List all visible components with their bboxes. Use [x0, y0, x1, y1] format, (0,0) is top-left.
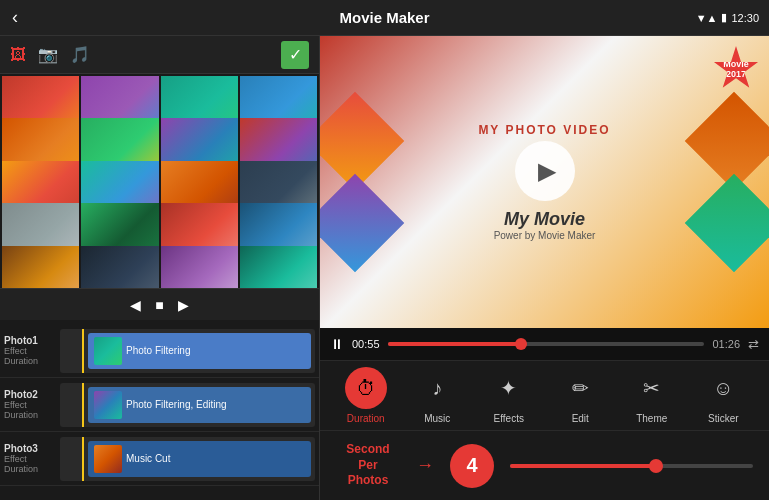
theme-label: Theme	[636, 413, 667, 424]
left-panel: 🖼 📷 🎵 ✓	[0, 36, 320, 500]
clip-label: Photo Filtering	[126, 345, 190, 356]
duration-label: Duration	[347, 413, 385, 424]
photo-video-text: MY PHOTO VIDEO	[478, 123, 610, 137]
prev-button[interactable]: ◀	[130, 297, 141, 313]
top-bar: ‹ Movie Maker ▼▲ ▮ 12:30	[0, 0, 769, 36]
main-content: 🖼 📷 🎵 ✓	[0, 36, 769, 500]
signal-icon: ▼▲	[696, 12, 718, 24]
progress-thumb[interactable]	[515, 338, 527, 350]
progress-fill	[388, 342, 521, 346]
time-display: 12:30	[731, 12, 759, 24]
effects-label: Effects	[494, 413, 524, 424]
sticker-icon: ☺	[702, 367, 744, 409]
playback-bar: ⏸ 00:55 01:26 ⇄	[320, 328, 769, 360]
effects-icon: ✦	[488, 367, 530, 409]
photo-cell[interactable]	[81, 246, 158, 288]
theme-icon: ✂	[631, 367, 673, 409]
timeline-label: Photo1 Effect Duration	[4, 335, 56, 366]
preview-subtitle: Power by Movie Maker	[494, 230, 596, 241]
music-icon[interactable]: 🎵	[70, 45, 90, 64]
timeline-photo-title: Photo1	[4, 335, 56, 346]
timeline-track[interactable]: Music Cut	[60, 437, 315, 481]
play-icon: ▶	[538, 157, 556, 185]
photo-cell[interactable]	[2, 246, 79, 288]
timeline-row: Photo3 Effect Duration Music Cut	[0, 432, 319, 486]
timeline-effect-label: Effect	[4, 346, 56, 356]
battery-icon: ▮	[721, 11, 727, 24]
app-title: Movie Maker	[339, 9, 429, 26]
timeline-clip: Photo Filtering, Editing	[88, 387, 311, 423]
timeline-duration-label: Duration	[4, 410, 56, 420]
timeline-effect-label: Effect	[4, 454, 56, 464]
photo-cell[interactable]	[161, 246, 238, 288]
tool-sticker[interactable]: ☺ Sticker	[702, 367, 744, 424]
camera-icon[interactable]: 📷	[38, 45, 58, 64]
photo-icon[interactable]: 🖼	[10, 46, 26, 64]
timeline-effect-label: Effect	[4, 400, 56, 410]
timeline-clip: Photo Filtering	[88, 333, 311, 369]
total-duration: 01:26	[712, 338, 740, 350]
tool-music[interactable]: ♪ Music	[416, 367, 458, 424]
tool-duration[interactable]: ⏱ Duration	[345, 367, 387, 424]
spp-panel: Second PerPhotos → 4	[320, 430, 769, 500]
video-preview: MY PHOTO VIDEO ▶ My Movie Power by Movie…	[320, 36, 769, 328]
right-panel: MY PHOTO VIDEO ▶ My Movie Power by Movie…	[320, 36, 769, 500]
timeline-marker	[82, 383, 84, 427]
edit-icon: ✏	[559, 367, 601, 409]
check-icon: ✓	[289, 45, 302, 64]
timeline-marker	[82, 437, 84, 481]
tool-theme[interactable]: ✂ Theme	[631, 367, 673, 424]
progress-bar[interactable]	[388, 342, 705, 346]
clip-label: Music Cut	[126, 453, 170, 464]
timeline-duration-label: Duration	[4, 356, 56, 366]
pause-button[interactable]: ⏸	[330, 336, 344, 352]
timeline-marker	[82, 329, 84, 373]
status-bar: ▼▲ ▮ 12:30	[696, 11, 759, 24]
duration-icon: ⏱	[345, 367, 387, 409]
media-toolbar: 🖼 📷 🎵 ✓	[0, 36, 319, 74]
preview-content: MY PHOTO VIDEO ▶ My Movie Power by Movie…	[320, 36, 769, 328]
timeline-label: Photo3 Effect Duration	[4, 443, 56, 474]
nav-controls: ◀ ■ ▶	[0, 288, 319, 320]
tool-effects[interactable]: ✦ Effects	[488, 367, 530, 424]
timeline: Photo1 Effect Duration Photo Filtering P…	[0, 320, 319, 500]
spp-slider[interactable]	[510, 464, 753, 468]
next-button[interactable]: ▶	[178, 297, 189, 313]
spp-slider-fill	[510, 464, 656, 468]
photo-grid	[0, 74, 319, 288]
timeline-track[interactable]: Photo Filtering, Editing	[60, 383, 315, 427]
timeline-photo-title: Photo2	[4, 389, 56, 400]
timeline-row: Photo2 Effect Duration Photo Filtering, …	[0, 378, 319, 432]
back-button[interactable]: ‹	[12, 7, 18, 28]
music-icon: ♪	[416, 367, 458, 409]
clip-label: Photo Filtering, Editing	[126, 399, 227, 410]
timeline-photo-title: Photo3	[4, 443, 56, 454]
edit-label: Edit	[572, 413, 589, 424]
tool-edit[interactable]: ✏ Edit	[559, 367, 601, 424]
timeline-track[interactable]: Photo Filtering	[60, 329, 315, 373]
tool-bar: ⏱ Duration ♪ Music ✦ Effects ✏ Edit ✂ Th…	[320, 360, 769, 430]
play-button[interactable]: ▶	[515, 141, 575, 201]
spp-arrow-icon: →	[416, 455, 434, 476]
shuffle-button[interactable]: ⇄	[748, 337, 759, 352]
timeline-label: Photo2 Effect Duration	[4, 389, 56, 420]
sticker-label: Sticker	[708, 413, 739, 424]
music-label: Music	[424, 413, 450, 424]
current-time: 00:55	[352, 338, 380, 350]
spp-label: Second PerPhotos	[336, 442, 400, 489]
timeline-duration-label: Duration	[4, 464, 56, 474]
preview-title: My Movie	[504, 209, 585, 230]
badge-line2: 2017	[726, 69, 746, 79]
stop-button[interactable]: ■	[155, 297, 163, 313]
check-button[interactable]: ✓	[281, 41, 309, 69]
spp-slider-thumb[interactable]	[649, 459, 663, 473]
timeline-clip: Music Cut	[88, 441, 311, 477]
spp-value: 4	[450, 444, 494, 488]
timeline-row: Photo1 Effect Duration Photo Filtering	[0, 324, 319, 378]
photo-cell[interactable]	[240, 246, 317, 288]
